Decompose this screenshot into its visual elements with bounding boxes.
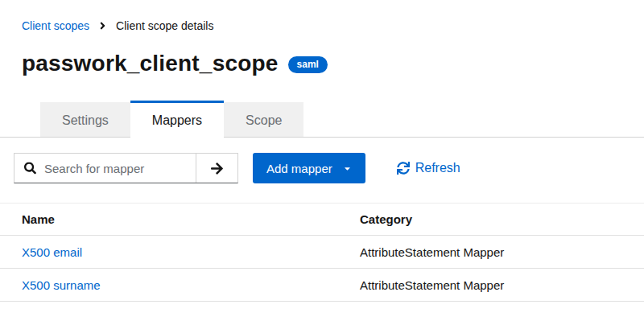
mapper-link-x500-email[interactable]: X500 email [22,245,82,259]
tab-bar: Settings Mappers Scope [0,101,644,138]
breadcrumb-link-client-scopes[interactable]: Client scopes [22,19,89,32]
mapper-link-x500-surname[interactable]: X500 surname [22,278,101,292]
protocol-badge: saml [288,56,328,73]
search-input[interactable] [14,154,196,183]
column-header-category: Category [360,204,644,236]
search-field [14,154,196,183]
breadcrumb: Client scopes Client scope details [22,19,644,32]
table-row: X500 surname AttributeStatement Mapper [0,269,644,302]
caret-down-icon [343,164,352,173]
tab-settings[interactable]: Settings [40,102,130,137]
tab-mappers[interactable]: Mappers [130,101,224,138]
breadcrumb-current: Client scope details [116,19,213,32]
add-mapper-button[interactable]: Add mapper [253,153,365,183]
mappers-toolbar: Add mapper Refresh [14,153,644,183]
table-header-row: Name Category [0,204,644,236]
search-icon [24,162,36,175]
refresh-label: Refresh [415,161,460,175]
search-group [14,153,238,183]
arrow-right-icon [210,162,224,175]
page-title: passwork_client_scope [22,51,279,76]
mapper-category: AttributeStatement Mapper [360,236,644,269]
tab-scope[interactable]: Scope [224,102,303,137]
refresh-icon [397,162,410,175]
column-header-name: Name [0,204,360,236]
table-row: X500 email AttributeStatement Mapper [0,236,644,269]
chevron-right-icon [99,20,106,31]
page-header: passwork_client_scope saml [22,51,644,76]
add-mapper-label: Add mapper [266,162,332,175]
search-submit-button[interactable] [196,154,237,183]
mapper-category: AttributeStatement Mapper [360,269,644,302]
mappers-table: Name Category X500 email AttributeStatem… [0,203,644,302]
refresh-button[interactable]: Refresh [397,161,460,175]
